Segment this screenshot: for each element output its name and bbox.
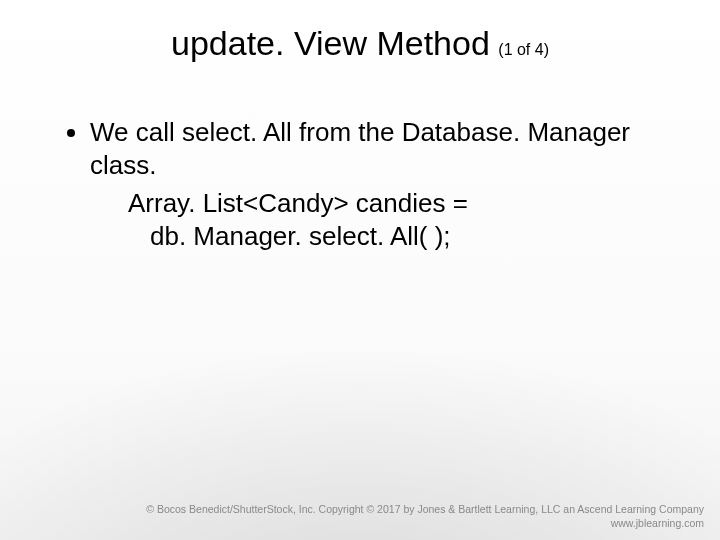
code-line-1: Array. List<Candy> candies =	[128, 187, 660, 220]
bullet-item: We call select. All from the Database. M…	[90, 116, 660, 253]
slide-title: update. View Method	[171, 24, 490, 62]
slide: update. View Method (1 of 4) We call sel…	[0, 0, 720, 540]
code-block: Array. List<Candy> candies = db. Manager…	[90, 187, 660, 254]
bullet-list: We call select. All from the Database. M…	[60, 116, 660, 253]
footer-url: www.jblearning.com	[146, 516, 704, 530]
slide-subtitle: (1 of 4)	[498, 41, 549, 58]
copyright-text: © Bocos Benedict/ShutterStock, Inc. Copy…	[146, 502, 704, 516]
code-line-2: db. Manager. select. All( );	[128, 220, 660, 253]
footer: © Bocos Benedict/ShutterStock, Inc. Copy…	[146, 502, 704, 530]
bullet-text: We call select. All from the Database. M…	[90, 117, 630, 180]
slide-body: We call select. All from the Database. M…	[60, 116, 660, 253]
title-area: update. View Method (1 of 4)	[0, 24, 720, 63]
